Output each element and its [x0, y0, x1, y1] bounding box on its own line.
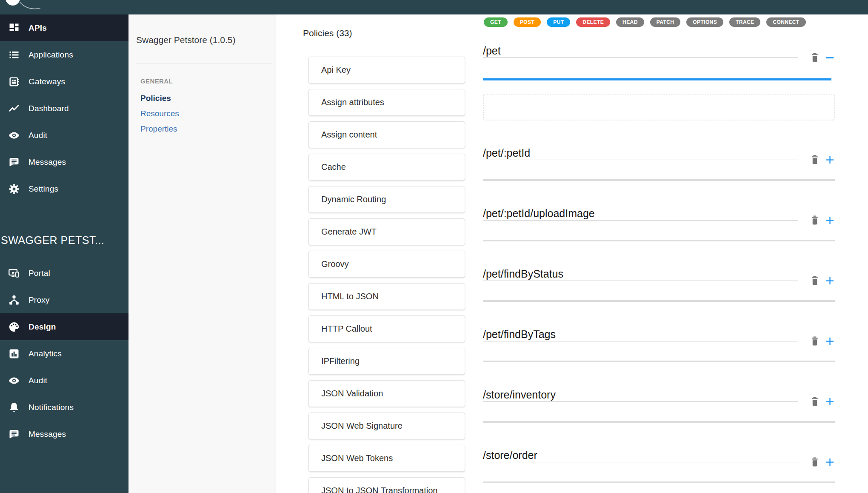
method-chip[interactable]: POST — [514, 17, 541, 27]
policy-card[interactable]: JSON to JSON Transformation — [308, 477, 465, 493]
policy-card[interactable]: IPFiltering — [308, 348, 465, 375]
policy-label: JSON to JSON Transformation — [321, 486, 437, 493]
sidebar-item[interactable]: Portal — [0, 260, 128, 287]
trash-icon[interactable] — [810, 456, 819, 467]
policy-drop-zone[interactable] — [483, 94, 835, 120]
policy-card[interactable]: Assign attributes — [308, 89, 465, 116]
sidebar-item[interactable]: Audit — [0, 367, 128, 394]
policy-card[interactable]: HTTP Callout — [308, 315, 465, 342]
audit-eye-icon — [8, 375, 20, 387]
general-section-heading: GENERAL — [140, 77, 266, 85]
policy-card[interactable]: JSON Web Tokens — [308, 445, 465, 472]
path-actions — [810, 52, 835, 63]
method-chip[interactable]: OPTIONS — [686, 17, 723, 27]
sidebar-item[interactable]: Settings — [0, 175, 128, 202]
method-chip[interactable]: GET — [484, 17, 508, 27]
messages-chat-icon — [8, 156, 20, 168]
policies-divider — [303, 44, 471, 44]
policy-card[interactable]: Assign content — [308, 121, 465, 148]
sidebar-item-label: APIs — [29, 23, 47, 33]
sidebar-item-label: Gateways — [29, 77, 65, 86]
portal-icon — [8, 267, 20, 279]
method-chip[interactable]: PUT — [547, 17, 570, 27]
path-input[interactable]: /pet/findByTags — [483, 328, 798, 341]
path-line: /store/order — [483, 449, 835, 462]
policy-label: HTML to JSON — [321, 292, 379, 301]
path-input[interactable]: /pet/:petId — [483, 147, 798, 160]
policies-heading: Policies (33) — [303, 28, 465, 38]
analytics-chart-icon — [8, 348, 20, 360]
api-panel: Swagger Petstore (1.0.5) GENERAL Policie… — [128, 14, 274, 493]
path-actions — [810, 456, 835, 467]
path-actions — [810, 215, 835, 226]
sidebar-item[interactable]: Messages — [0, 421, 128, 447]
method-chip[interactable]: TRACE — [729, 17, 760, 27]
policy-card[interactable]: Api Key — [308, 57, 465, 83]
plus-icon[interactable] — [825, 275, 835, 286]
sidebar-item-label: Proxy — [29, 295, 50, 305]
main-layout: APIs Applications Gateways Dashboard Aud… — [0, 14, 868, 493]
panel-link[interactable]: Resources — [140, 109, 266, 118]
path-input[interactable]: /pet — [483, 45, 798, 58]
policy-card[interactable]: HTML to JSON — [308, 283, 465, 310]
panel-link[interactable]: Properties — [140, 124, 266, 134]
plus-icon[interactable] — [825, 396, 835, 407]
sidebar-item[interactable]: Dashboard — [0, 95, 128, 122]
policy-card[interactable]: JSON Validation — [308, 380, 465, 407]
policy-card[interactable]: Cache — [308, 154, 465, 181]
dashboard-trend-icon — [8, 103, 20, 115]
policy-card[interactable]: JSON Web Signature — [308, 413, 465, 439]
panel-link[interactable]: Policies — [140, 94, 266, 103]
sidebar-item[interactable]: Audit — [0, 122, 128, 149]
policy-card[interactable]: Groovy — [308, 251, 465, 278]
method-chip[interactable]: HEAD — [616, 17, 644, 27]
sidebar-item-label: Audit — [29, 376, 47, 385]
path-input[interactable]: /store/inventory — [483, 389, 798, 402]
sidebar-item-label: Audit — [29, 131, 47, 140]
sidebar-item[interactable]: Analytics — [0, 340, 128, 367]
trash-icon[interactable] — [810, 396, 819, 407]
sidebar-item[interactable]: Notifications — [0, 394, 128, 421]
sidebar-item[interactable]: Proxy — [0, 287, 128, 313]
design-area: GETPOSTPUTDELETEHEADPATCHOPTIONSTRACECON… — [481, 14, 868, 493]
policy-card[interactable]: Dynamic Routing — [308, 186, 465, 213]
policy-list: Api Key Assign attributes Assign content… — [303, 57, 465, 493]
path-row: /pet/:petId/uploadImage — [483, 181, 835, 241]
path-input[interactable]: /store/order — [483, 449, 798, 462]
method-chips: GETPOSTPUTDELETEHEADPATCHOPTIONSTRACECON… — [484, 17, 868, 27]
trash-icon[interactable] — [810, 154, 819, 165]
sidebar-item-label: Applications — [29, 50, 73, 60]
plus-icon[interactable] — [825, 456, 835, 467]
path-input[interactable]: /pet/:petId/uploadImage — [483, 207, 798, 221]
path-row: /store/inventory — [483, 362, 835, 423]
sidebar-item[interactable]: Design — [0, 313, 128, 340]
logo-icon[interactable] — [0, 0, 51, 14]
sidebar-item[interactable]: Applications — [0, 41, 128, 68]
path-actions — [810, 335, 835, 347]
method-chip[interactable]: CONNECT — [766, 17, 805, 27]
proxy-icon — [8, 294, 20, 306]
trash-icon[interactable] — [810, 215, 819, 226]
plus-icon[interactable] — [825, 154, 835, 165]
method-chip[interactable]: DELETE — [576, 17, 610, 27]
policy-card[interactable]: Generate JWT — [308, 218, 465, 245]
method-chip[interactable]: PATCH — [650, 17, 681, 27]
path-row: /pet/findByStatus — [483, 241, 835, 302]
trash-icon[interactable] — [810, 52, 819, 63]
plus-icon[interactable] — [825, 335, 835, 347]
trash-icon[interactable] — [810, 275, 819, 286]
sidebar-item[interactable]: Gateways — [0, 68, 128, 95]
policy-label: Groovy — [321, 259, 348, 269]
sidebar-item[interactable]: Messages — [0, 149, 128, 175]
panel-links: PoliciesResourcesProperties — [140, 94, 266, 134]
apis-grid-icon — [8, 22, 20, 34]
gateways-icon — [8, 76, 20, 88]
trash-icon[interactable] — [810, 335, 819, 347]
path-line: /store/inventory — [483, 389, 835, 402]
minus-icon[interactable] — [825, 52, 835, 63]
plus-icon[interactable] — [825, 215, 835, 226]
sidebar-item-label: Portal — [29, 269, 50, 278]
sidebar-item[interactable]: APIs — [0, 14, 128, 41]
path-line: /pet/:petId/uploadImage — [483, 207, 835, 221]
path-input[interactable]: /pet/findByStatus — [483, 268, 798, 281]
